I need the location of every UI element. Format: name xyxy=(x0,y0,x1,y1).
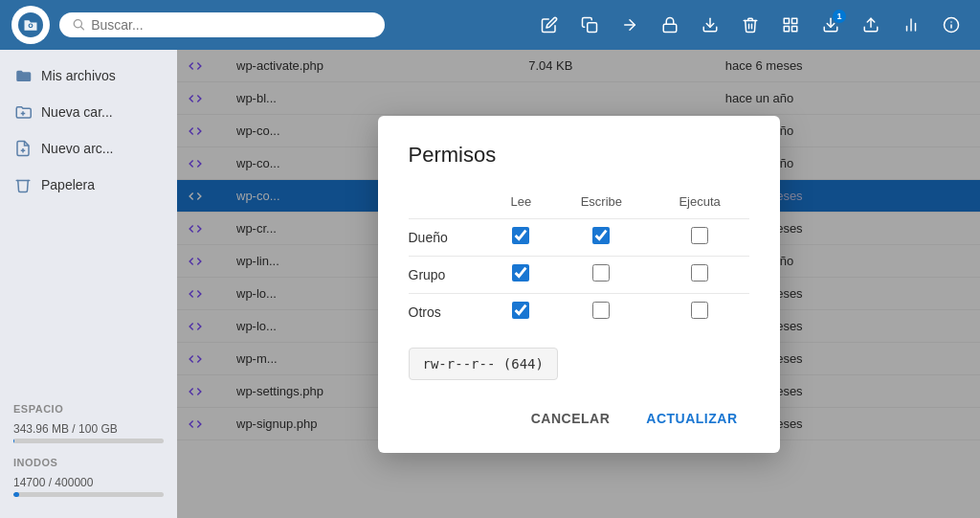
inodes-used-text: 14700 / 400000 xyxy=(13,476,164,489)
toolbar-actions: 1 xyxy=(532,8,969,42)
perm-lee-checkbox[interactable] xyxy=(512,264,529,282)
perm-ejecuta-checkbox[interactable] xyxy=(691,302,708,319)
upload-up-button[interactable] xyxy=(854,8,888,42)
svg-rect-9 xyxy=(784,18,789,23)
perm-role-label: Grupo xyxy=(409,256,490,293)
perm-lee-cell[interactable] xyxy=(490,256,552,293)
trash-icon xyxy=(13,175,33,194)
search-icon xyxy=(73,18,85,32)
dialog-actions: CANCELAR ACTUALIZAR xyxy=(409,403,749,434)
perm-lee-checkbox[interactable] xyxy=(512,302,529,319)
space-storage: 343.96 MB / 100 GB xyxy=(0,417,177,449)
stats-button[interactable] xyxy=(894,8,928,42)
svg-rect-12 xyxy=(792,27,797,32)
perm-role-label: Dueño xyxy=(409,218,490,256)
space-section-title: Espacio xyxy=(0,395,177,417)
perm-escribe-checkbox[interactable] xyxy=(592,227,610,244)
space-bar-fill xyxy=(13,439,14,443)
perm-escribe-cell[interactable] xyxy=(552,293,651,330)
cancel-button[interactable]: CANCELAR xyxy=(520,403,622,434)
perm-ejecuta-checkbox[interactable] xyxy=(691,227,708,244)
info-button[interactable] xyxy=(934,8,969,42)
upload-down-button[interactable]: 1 xyxy=(813,8,848,42)
download-button[interactable] xyxy=(693,8,727,42)
folder-plus-icon xyxy=(13,102,33,122)
sidebar-label-my-files: Mis archivos xyxy=(41,68,116,83)
perm-ejecuta-cell[interactable] xyxy=(651,218,749,256)
svg-line-4 xyxy=(81,27,84,30)
svg-point-2 xyxy=(30,25,32,27)
inodes-storage: 14700 / 400000 xyxy=(0,470,177,503)
move-button[interactable] xyxy=(612,8,647,42)
perms-code-display: rw-r--r-- (644) xyxy=(409,348,749,403)
dialog-title: Permisos xyxy=(409,143,749,168)
modal-overlay[interactable]: Permisos Lee Escribe Ejecuta Dueño Grupo xyxy=(177,50,980,518)
perm-role-label: Otros xyxy=(409,293,490,330)
svg-rect-10 xyxy=(792,18,797,23)
topbar: 1 xyxy=(0,0,980,50)
sidebar: Mis archivos Nueva car... Nuevo arc... P… xyxy=(0,50,177,518)
update-button[interactable]: ACTUALIZAR xyxy=(635,403,748,434)
col-header-ejecuta: Ejecuta xyxy=(651,191,749,219)
sidebar-item-new-file[interactable]: Nuevo arc... xyxy=(0,130,177,167)
svg-rect-7 xyxy=(663,24,677,32)
badge-count: 1 xyxy=(833,10,846,23)
sidebar-item-new-folder[interactable]: Nueva car... xyxy=(0,94,177,130)
sidebar-label-new-file: Nuevo arc... xyxy=(41,141,113,156)
perm-escribe-checkbox[interactable] xyxy=(592,302,610,319)
search-input[interactable] xyxy=(91,17,371,33)
perm-lee-cell[interactable] xyxy=(490,293,552,330)
perm-escribe-checkbox[interactable] xyxy=(592,264,610,282)
perm-ejecuta-cell[interactable] xyxy=(651,256,749,293)
inodes-section-title: Inodos xyxy=(0,449,177,470)
col-header-role xyxy=(409,191,490,219)
sidebar-label-trash: Papelera xyxy=(41,177,95,192)
perm-escribe-cell[interactable] xyxy=(552,218,651,256)
search-bar[interactable] xyxy=(59,12,385,37)
permissions-button[interactable] xyxy=(653,8,687,42)
perm-row: Dueño xyxy=(409,218,749,256)
folder-icon xyxy=(13,66,33,85)
sidebar-label-new-folder: Nueva car... xyxy=(41,104,113,120)
perm-lee-checkbox[interactable] xyxy=(512,227,529,244)
edit-button[interactable] xyxy=(532,8,567,42)
grid-button[interactable] xyxy=(773,8,808,42)
file-browser: wp-activate.php 7.04 KB hace 6 meses wp-… xyxy=(177,50,980,518)
inodes-bar-fill xyxy=(13,492,19,497)
sidebar-item-my-files[interactable]: Mis archivos xyxy=(0,57,177,94)
perm-lee-cell[interactable] xyxy=(490,218,552,256)
col-header-escribe: Escribe xyxy=(552,191,651,219)
perm-row: Otros xyxy=(409,293,749,330)
svg-rect-11 xyxy=(784,27,789,32)
file-plus-icon xyxy=(13,139,33,158)
permissions-code: rw-r--r-- (644) xyxy=(409,348,558,380)
space-bar xyxy=(13,439,164,443)
perm-escribe-cell[interactable] xyxy=(552,256,651,293)
sidebar-item-trash[interactable]: Papelera xyxy=(0,167,177,203)
app-logo xyxy=(11,6,50,44)
permissions-dialog: Permisos Lee Escribe Ejecuta Dueño Grupo xyxy=(378,116,780,453)
col-header-lee: Lee xyxy=(490,191,552,219)
delete-button[interactable] xyxy=(733,8,768,42)
copy-button[interactable] xyxy=(572,8,607,42)
perm-ejecuta-checkbox[interactable] xyxy=(691,264,708,282)
permissions-table: Lee Escribe Ejecuta Dueño Grupo Otros xyxy=(409,191,749,330)
inodes-bar xyxy=(13,492,164,497)
perm-ejecuta-cell[interactable] xyxy=(651,293,749,330)
perm-row: Grupo xyxy=(409,256,749,293)
svg-rect-5 xyxy=(588,23,597,33)
main-layout: Mis archivos Nueva car... Nuevo arc... P… xyxy=(0,50,980,518)
space-used-text: 343.96 MB / 100 GB xyxy=(13,422,164,436)
